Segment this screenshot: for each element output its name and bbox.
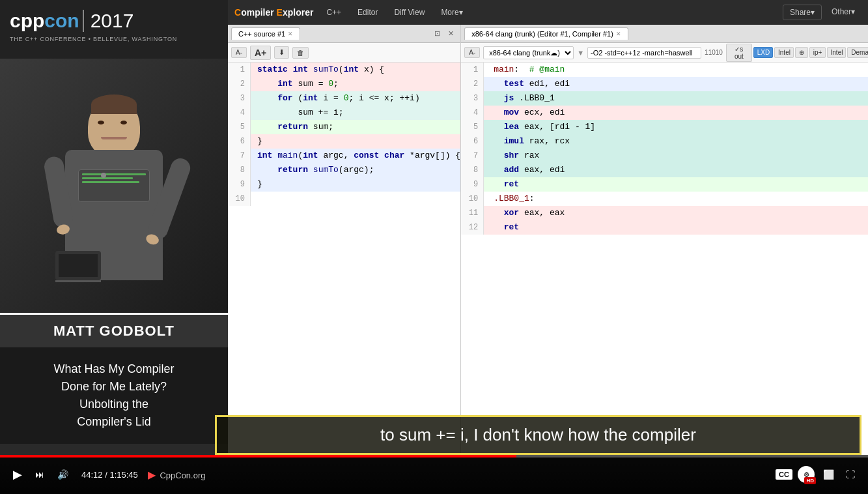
asm-line-4: 4 mov ecx, edi <box>461 106 868 120</box>
asm-tab-bar: x86-64 clang (trunk) (Editor #1, Compile… <box>461 25 868 43</box>
code-line-1: 1 static int sumTo(int x) { <box>228 63 460 77</box>
fullscreen-button[interactable]: ⛶ <box>843 469 858 480</box>
code-line-7: 7 int main(int argc, const char *argv[])… <box>228 149 460 163</box>
skip-button[interactable]: ⏭ <box>32 469 48 480</box>
nav-more[interactable]: More▾ <box>434 5 469 20</box>
code-line-4: 4 sum += i; <box>228 106 460 120</box>
source-tab-label: C++ source #1 <box>238 30 285 38</box>
conference-subtitle: THE C++ CONFERENCE • BELLEVUE, WASHINGTO… <box>10 36 177 42</box>
asm-toolbar: A- x86-64 clang (trunk☁) ▼ 11010 ✓s out … <box>461 43 868 63</box>
theater-button[interactable]: ⬜ <box>820 469 837 480</box>
asm-line-7: 7 shr rax <box>461 149 868 163</box>
play-button[interactable]: ▶ <box>10 467 25 482</box>
cppcon-logo: cpp con 2017 <box>10 10 133 32</box>
time-total: 1:15:45 <box>109 470 137 480</box>
speaker-panel: cpp con 2017 THE C++ CONFERENCE • BELLEV… <box>0 0 228 456</box>
save-button[interactable]: ⬇ <box>274 46 289 59</box>
asm-font-decrease[interactable]: A- <box>464 47 480 58</box>
asm-line-5: 5 lea eax, [rdi - 1] <box>461 120 868 134</box>
asm-jsout-btn[interactable]: ✓s out <box>726 44 752 62</box>
asm-tab-close[interactable]: ✕ <box>616 31 621 37</box>
code-line-2: 2 int sum = 0; <box>228 77 460 91</box>
source-close[interactable]: ✕ <box>445 28 457 39</box>
source-code-area[interactable]: 1 static int sumTo(int x) { 2 int sum = … <box>228 63 460 455</box>
time-current: 44:12 <box>81 470 103 480</box>
asm-intel-btn[interactable]: Intel <box>774 47 794 58</box>
asm-tab-label: x86-64 clang (trunk) (Editor #1, Compile… <box>471 30 613 38</box>
panels-area: C++ source #1 ✕ ⊡ ✕ A- A+ ⬇ 🗑 <box>228 25 868 455</box>
asm-line-1: 1 main: # @main <box>461 63 868 77</box>
asm-tab[interactable]: x86-64 clang (trunk) (Editor #1, Compile… <box>464 27 628 40</box>
asm-line-8: 8 add eax, edi <box>461 163 868 177</box>
volume-button[interactable]: 🔊 <box>54 469 72 480</box>
speaker-name: MATT GODBOLT <box>0 313 228 347</box>
code-line-10: 10 <box>228 192 460 206</box>
subtitle-bar: to sum += i, I don't know how the compil… <box>215 415 861 455</box>
source-tab[interactable]: C++ source #1 ✕ <box>231 27 300 40</box>
cc-button[interactable]: CC <box>776 469 792 480</box>
source-expand[interactable]: ⊡ <box>431 28 443 39</box>
asm-intel2-btn[interactable]: Intel <box>827 47 847 58</box>
progress-bar[interactable] <box>0 455 868 458</box>
speaker-photo <box>0 59 228 313</box>
nav-editor[interactable]: Editor <box>351 5 384 20</box>
ce-header: Compiler Explorer C++ Editor Diff View M… <box>228 0 868 25</box>
controls-right: CC ⚙ HD ⬜ ⛶ <box>776 466 858 483</box>
speaker-head <box>88 98 140 156</box>
nav-cpp[interactable]: C++ <box>320 5 348 20</box>
asm-line-2: 2 test edi, edi <box>461 77 868 91</box>
asm-toolbar-buttons: 11010 ✓s out LXD Intel ⊕ ip+ Intel Deman… <box>705 44 868 62</box>
asm-line-12: 12 ret <box>461 220 868 235</box>
code-line-6: 6 } <box>228 134 460 149</box>
asm-line-6: 6 imul rax, rcx <box>461 134 868 149</box>
asm-panel: x86-64 clang (trunk) (Editor #1, Compile… <box>461 25 868 455</box>
source-toolbar: A- A+ ⬇ 🗑 <box>228 43 460 63</box>
time-display: 44:12 / 1:15:45 <box>81 470 138 480</box>
clear-button[interactable]: 🗑 <box>292 47 309 59</box>
code-line-9: 9 } <box>228 177 460 192</box>
asm-lxd-btn[interactable]: LXD <box>753 47 773 58</box>
speaker-figure <box>42 85 186 313</box>
asm-line-11: 11 xor eax, eax <box>461 206 868 220</box>
asm-line-3: 3 js .LBB0_1 <box>461 91 868 106</box>
code-line-3: 3 for (int i = 0; i <= x; ++i) <box>228 91 460 106</box>
asm-demangle-btn[interactable]: Demangle <box>847 47 868 58</box>
ce-logo: Compiler Explorer <box>234 7 313 18</box>
video-player: cpp con 2017 THE C++ CONFERENCE • BELLEV… <box>0 0 868 494</box>
compiler-options-input[interactable] <box>587 47 701 59</box>
nav-diffview[interactable]: Diff View <box>387 5 431 20</box>
compiler-select[interactable]: x86-64 clang (trunk☁) <box>483 46 574 59</box>
other-button[interactable]: Other▾ <box>825 5 861 20</box>
share-button[interactable]: Share▾ <box>783 5 822 20</box>
subtitle-text: to sum += i, I don't know how the compil… <box>380 425 696 444</box>
source-tab-close[interactable]: ✕ <box>288 31 293 37</box>
code-line-5: 5 return sum; <box>228 120 460 134</box>
youtube-icon[interactable]: ▶ <box>148 469 156 480</box>
source-tab-bar: C++ source #1 ✕ ⊡ ✕ <box>228 25 460 43</box>
font-increase-button[interactable]: A+ <box>250 46 271 60</box>
progress-bar-fill <box>0 455 516 458</box>
controls-bar: ▶ ⏭ 🔊 44:12 / 1:15:45 ▶ CppCon.org CC ⚙ … <box>0 455 868 494</box>
laptop <box>55 251 101 280</box>
asm-code-area[interactable]: 1 main: # @main 2 test edi, edi 3 js .LB… <box>461 63 868 455</box>
compiler-explorer-area: Compiler Explorer C++ Editor Diff View M… <box>228 0 868 455</box>
asm-ip-btn[interactable]: ip+ <box>809 47 826 58</box>
hd-button[interactable]: ⚙ HD <box>798 466 815 483</box>
font-decrease-button[interactable]: A- <box>231 47 247 58</box>
channel-logo: ▶ CppCon.org <box>148 469 206 481</box>
asm-plus-btn[interactable]: ⊕ <box>795 47 808 58</box>
talk-title: What Has My Compiler Done for Me Lately?… <box>0 347 228 444</box>
asm-line-10: 10 .LBB0_1: <box>461 192 868 206</box>
code-line-8: 8 return sumTo(argc); <box>228 163 460 177</box>
asm-line-9: 9 ret <box>461 177 868 192</box>
source-panel: C++ source #1 ✕ ⊡ ✕ A- A+ ⬇ 🗑 <box>228 25 461 455</box>
compiler-dropdown[interactable]: ▼ <box>577 49 584 57</box>
